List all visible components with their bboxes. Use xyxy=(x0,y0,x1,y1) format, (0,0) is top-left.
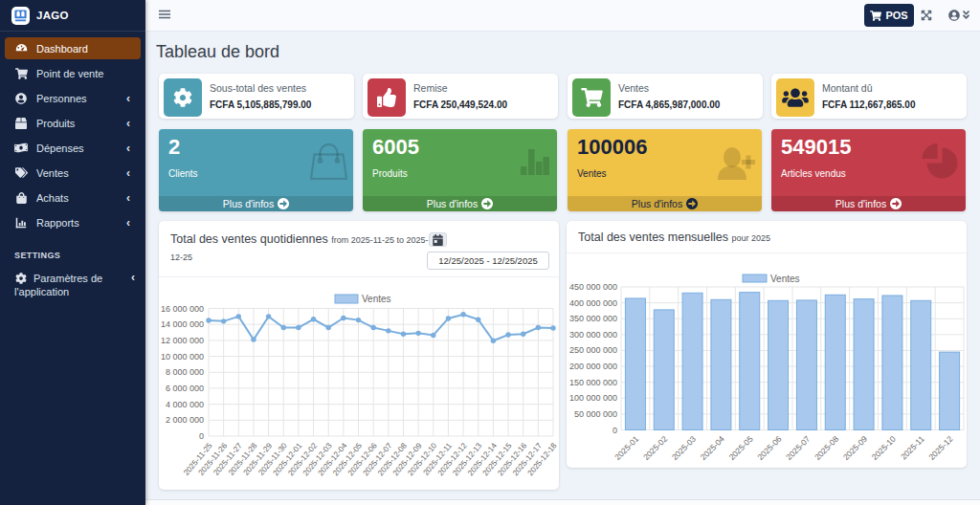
svg-text:350 000 000: 350 000 000 xyxy=(569,314,617,323)
svg-text:2 000 000: 2 000 000 xyxy=(166,415,204,425)
svg-text:450 000 000: 450 000 000 xyxy=(569,282,617,292)
svg-text:300 000 000: 300 000 000 xyxy=(569,330,617,340)
svg-text:0: 0 xyxy=(612,426,617,435)
svg-text:2025-08: 2025-08 xyxy=(813,434,840,462)
svg-text:2025-06: 2025-06 xyxy=(755,434,783,462)
svg-text:2025-01: 2025-01 xyxy=(612,434,640,462)
svg-text:2025-09: 2025-09 xyxy=(841,434,869,462)
svg-text:250 000 000: 250 000 000 xyxy=(569,345,617,355)
svg-text:2025-04: 2025-04 xyxy=(699,434,726,462)
svg-text:16 000 000: 16 000 000 xyxy=(161,304,204,314)
svg-text:2025-11: 2025-11 xyxy=(899,434,926,462)
svg-text:400 000 000: 400 000 000 xyxy=(569,298,617,308)
svg-text:Ventes: Ventes xyxy=(362,294,391,304)
svg-text:6 000 000: 6 000 000 xyxy=(166,384,204,393)
svg-text:50 000 000: 50 000 000 xyxy=(574,409,617,419)
svg-text:2025-10: 2025-10 xyxy=(870,434,898,462)
svg-text:2025-03: 2025-03 xyxy=(670,434,698,462)
svg-text:100 000 000: 100 000 000 xyxy=(569,393,617,403)
svg-text:2025-07: 2025-07 xyxy=(784,434,812,462)
svg-text:Ventes: Ventes xyxy=(770,274,800,284)
svg-text:14 000 000: 14 000 000 xyxy=(161,319,204,329)
svg-text:2025-05: 2025-05 xyxy=(727,434,755,462)
svg-text:200 000 000: 200 000 000 xyxy=(569,362,617,371)
svg-text:10 000 000: 10 000 000 xyxy=(161,352,204,362)
svg-text:12 000 000: 12 000 000 xyxy=(161,336,204,345)
svg-text:0: 0 xyxy=(199,431,204,441)
svg-text:150 000 000: 150 000 000 xyxy=(569,378,617,387)
svg-text:4 000 000: 4 000 000 xyxy=(166,400,204,409)
svg-text:8 000 000: 8 000 000 xyxy=(166,367,204,377)
svg-text:2025-02: 2025-02 xyxy=(641,434,669,462)
svg-text:2025-12: 2025-12 xyxy=(926,434,954,462)
